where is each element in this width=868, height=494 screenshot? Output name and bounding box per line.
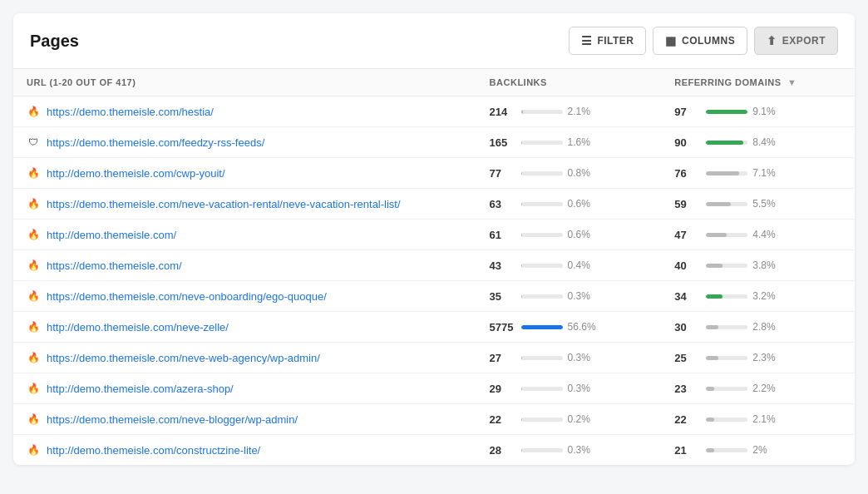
referring-cell: 30 2.8%	[674, 321, 841, 333]
url-link[interactable]: https://demo.themeisle.com/neve-vacation…	[47, 198, 401, 210]
url-link[interactable]: http://demo.themeisle.com/constructzine-…	[47, 444, 260, 457]
referring-bar-container	[706, 294, 747, 299]
backlinks-pct: 0.2%	[568, 413, 598, 425]
url-link[interactable]: https://demo.themeisle.com/neve-blogger/…	[47, 413, 298, 426]
backlinks-cell: 77 0.8%	[490, 167, 649, 180]
backlinks-bar-container	[521, 325, 563, 329]
backlinks-bar-fill	[521, 294, 522, 299]
referring-cell: 59 5.5%	[674, 198, 841, 210]
referring-bar-fill	[706, 233, 727, 237]
url-cell: 🔥 http://demo.themeisle.com/constructzin…	[27, 443, 463, 457]
backlinks-cell: 29 0.3%	[490, 383, 649, 395]
referring-cell: 47 4.4%	[674, 229, 841, 241]
url-link[interactable]: https://demo.themeisle.com/hestia/	[47, 106, 214, 118]
table-row: 🛡 https://demo.themeisle.com/feedzy-rss-…	[13, 127, 855, 158]
favicon: 🔥	[27, 228, 40, 241]
url-link[interactable]: http://demo.themeisle.com/neve-zelle/	[47, 321, 229, 333]
backlinks-pct: 2.1%	[568, 106, 598, 117]
columns-icon: ▦	[665, 34, 677, 47]
table-row: 🔥 https://demo.themeisle.com/neve-blogge…	[13, 404, 855, 435]
col-header-referring[interactable]: REFERRING DOMAINS ▼	[661, 69, 855, 96]
columns-button[interactable]: ▦ COLUMNS	[653, 27, 747, 55]
favicon: 🔥	[27, 166, 40, 180]
backlinks-pct: 0.3%	[568, 444, 598, 456]
backlinks-bar-container	[521, 417, 563, 422]
backlinks-cell: 165 1.6%	[490, 136, 649, 149]
url-link[interactable]: http://demo.themeisle.com/azera-shop/	[47, 383, 234, 395]
referring-bar-fill	[706, 110, 747, 114]
backlinks-bar-fill	[521, 233, 522, 237]
referring-bar-fill	[706, 264, 723, 268]
referring-pct: 7.1%	[752, 167, 782, 179]
referring-bar-container	[706, 417, 747, 422]
backlinks-cell: 214 2.1%	[490, 106, 649, 118]
table-row: 🔥 http://demo.themeisle.com/constructzin…	[13, 435, 855, 466]
url-link[interactable]: https://demo.themeisle.com/	[47, 259, 182, 272]
toolbar: ☰ FILTER ▦ COLUMNS ⬆ EXPORT	[569, 27, 838, 55]
table-row: 🔥 http://demo.themeisle.com/ 61 0.6% 47 …	[13, 220, 855, 250]
referring-cell: 40 3.8%	[674, 259, 841, 272]
backlinks-bar-fill	[521, 141, 523, 145]
backlinks-pct: 56.6%	[568, 321, 598, 333]
url-cell: 🛡 https://demo.themeisle.com/feedzy-rss-…	[27, 136, 463, 149]
referring-num: 47	[674, 229, 701, 241]
referring-num: 40	[674, 259, 701, 272]
url-link[interactable]: https://demo.themeisle.com/neve-onboardi…	[47, 290, 327, 303]
page-header: Pages ☰ FILTER ▦ COLUMNS ⬆ EXPORT	[13, 13, 855, 69]
url-link[interactable]: https://demo.themeisle.com/feedzy-rss-fe…	[47, 136, 264, 149]
url-cell: 🔥 http://demo.themeisle.com/neve-zelle/	[27, 320, 463, 333]
backlinks-num: 28	[490, 444, 516, 457]
table-row: 🔥 http://demo.themeisle.com/cwp-youit/ 7…	[13, 158, 855, 189]
url-link[interactable]: https://demo.themeisle.com/neve-web-agen…	[47, 352, 320, 364]
referring-bar-container	[706, 171, 747, 175]
referring-num: 59	[674, 198, 701, 210]
filter-icon: ☰	[581, 34, 593, 47]
table-row: 🔥 https://demo.themeisle.com/neve-vacati…	[13, 189, 855, 220]
url-cell: 🔥 https://demo.themeisle.com/hestia/	[27, 105, 463, 118]
filter-label: FILTER	[597, 35, 634, 47]
backlinks-pct: 0.3%	[568, 383, 598, 394]
referring-num: 22	[674, 413, 701, 426]
backlinks-cell: 27 0.3%	[490, 352, 649, 364]
referring-num: 21	[674, 444, 701, 457]
referring-bar-fill	[706, 141, 743, 145]
pages-table: URL (1-20 OUT OF 417) BACKLINKS REFERRIN…	[13, 69, 855, 465]
backlinks-cell: 63 0.6%	[490, 198, 649, 210]
table-row: 🔥 https://demo.themeisle.com/neve-web-ag…	[13, 343, 855, 373]
referring-pct: 3.8%	[752, 259, 782, 271]
referring-pct: 3.2%	[752, 290, 782, 302]
page-container: Pages ☰ FILTER ▦ COLUMNS ⬆ EXPORT URL (1…	[13, 13, 855, 465]
filter-button[interactable]: ☰ FILTER	[569, 27, 647, 55]
export-button[interactable]: ⬆ EXPORT	[754, 27, 838, 55]
backlinks-num: 27	[490, 352, 516, 364]
backlinks-num: 61	[490, 229, 516, 241]
favicon: 🔥	[27, 443, 40, 457]
referring-bar-fill	[706, 448, 714, 452]
referring-bar-fill	[706, 356, 718, 360]
referring-bar-container	[706, 264, 747, 268]
referring-cell: 23 2.2%	[674, 383, 841, 395]
backlinks-cell: 61 0.6%	[490, 229, 649, 241]
url-link[interactable]: http://demo.themeisle.com/	[47, 229, 176, 241]
referring-bar-fill	[706, 294, 723, 299]
backlinks-num: 63	[490, 198, 516, 210]
backlinks-cell: 5775 56.6%	[490, 321, 649, 333]
referring-bar-container	[706, 448, 747, 452]
referring-bar-fill	[706, 325, 718, 329]
referring-bar-container	[706, 202, 747, 206]
url-link[interactable]: http://demo.themeisle.com/cwp-youit/	[47, 167, 225, 180]
export-icon: ⬆	[767, 34, 777, 47]
referring-num: 90	[674, 136, 701, 149]
backlinks-num: 35	[490, 290, 516, 303]
url-cell: 🔥 https://demo.themeisle.com/	[27, 259, 463, 272]
referring-pct: 5.5%	[752, 198, 782, 210]
referring-num: 23	[674, 383, 701, 395]
backlinks-bar-fill	[521, 171, 522, 175]
table-header-row: URL (1-20 OUT OF 417) BACKLINKS REFERRIN…	[13, 69, 855, 96]
backlinks-pct: 0.4%	[568, 259, 598, 271]
favicon: 🔥	[27, 259, 40, 272]
referring-num: 30	[674, 321, 701, 333]
referring-pct: 9.1%	[752, 106, 782, 117]
referring-bar-fill	[706, 171, 739, 175]
url-cell: 🔥 http://demo.themeisle.com/azera-shop/	[27, 382, 463, 395]
